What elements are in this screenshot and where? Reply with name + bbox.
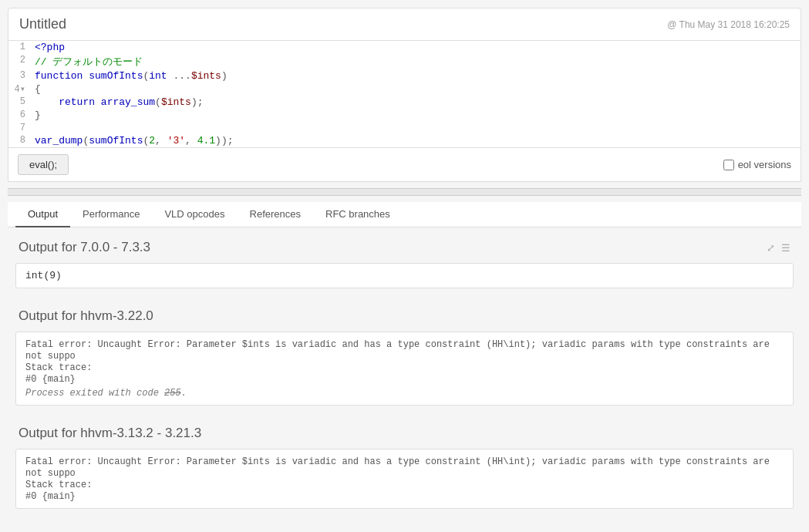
code-line-6: 6 } (8, 109, 801, 122)
line-num-4: 4▾ (8, 82, 32, 96)
output-content-3[interactable]: Fatal error: Uncaught Error: Parameter $… (15, 449, 794, 509)
fatal-error-text-2: Fatal error: Uncaught Error: Parameter $… (25, 339, 775, 385)
code-line-8: 8 var_dump(sumOfInts(2, '3', 4.1)); (8, 134, 801, 147)
tab-rfc-branches[interactable]: RFC branches (313, 202, 403, 227)
code-line-3: 3 function sumOfInts(int ...$ints) (8, 69, 801, 82)
code-line-7: 7 (8, 122, 801, 134)
timestamp: @ Thu May 31 2018 16:20:25 (656, 12, 801, 38)
output-header-2: Output for hhvm-3.22.0 (8, 304, 801, 328)
section-divider (8, 188, 801, 196)
title-input[interactable] (8, 8, 656, 40)
line-content-7 (32, 122, 801, 134)
line-content-5: return array_sum($ints); (32, 96, 801, 109)
line-content-4: { (32, 82, 801, 96)
output-section-2: Output for hhvm-3.22.0 Fatal error: Unca… (8, 304, 801, 406)
eol-text: eol versions (738, 159, 791, 170)
output-content-1: int(9) (15, 263, 794, 288)
list-icon[interactable]: ☰ (781, 242, 790, 254)
output-content-2[interactable]: Fatal error: Uncaught Error: Parameter $… (15, 332, 794, 406)
line-num-5: 5 (8, 96, 32, 109)
eol-label[interactable]: eol versions (723, 159, 791, 170)
code-line-4: 4▾ { (8, 82, 801, 96)
tabs-container: Output Performance VLD opcodes Reference… (8, 202, 801, 227)
tab-performance[interactable]: Performance (70, 202, 152, 227)
expand-icon[interactable]: ⤢ (767, 242, 775, 254)
code-line-2: 2 // デフォルトのモード (8, 54, 801, 69)
output-section-3: Output for hhvm-3.13.2 - 3.21.3 Fatal er… (8, 421, 801, 509)
output-section-1: Output for 7.0.0 - 7.3.3 ⤢ ☰ int(9) (8, 235, 801, 288)
code-line-1: 1 <?php (8, 41, 801, 54)
line-num-6: 6 (8, 109, 32, 122)
fatal-error-text-3: Fatal error: Uncaught Error: Parameter $… (25, 456, 775, 502)
eol-checkbox[interactable] (723, 160, 734, 170)
toolbar: eval(); eol versions (8, 148, 801, 182)
line-content-8: var_dump(sumOfInts(2, '3', 4.1)); (32, 134, 801, 147)
line-num-7: 7 (8, 122, 32, 134)
eval-button[interactable]: eval(); (18, 154, 69, 175)
line-content-6: } (32, 109, 801, 122)
output-title-1: Output for 7.0.0 - 7.3.3 (19, 240, 150, 255)
line-content-3: function sumOfInts(int ...$ints) (32, 69, 801, 82)
output-title-2: Output for hhvm-3.22.0 (19, 308, 153, 324)
line-content-1: <?php (32, 41, 801, 54)
tab-vld-opcodes[interactable]: VLD opcodes (152, 202, 237, 227)
line-num-3: 3 (8, 69, 32, 82)
tab-output[interactable]: Output (15, 202, 70, 227)
code-line-5: 5 return array_sum($ints); (8, 96, 801, 109)
line-num-8: 8 (8, 134, 32, 147)
output-header-1: Output for 7.0.0 - 7.3.3 ⤢ ☰ (8, 235, 801, 260)
process-exit-2: Process exited with code 255. (25, 388, 784, 399)
output-area: Output for 7.0.0 - 7.3.3 ⤢ ☰ int(9) Outp… (8, 227, 801, 532)
code-editor: 1 <?php 2 // デフォルトのモード 3 function sumOfI… (8, 41, 801, 148)
output-icons-1: ⤢ ☰ (767, 242, 790, 254)
output-title-3: Output for hhvm-3.13.2 - 3.21.3 (19, 426, 201, 441)
title-bar: @ Thu May 31 2018 16:20:25 (8, 8, 801, 41)
output-header-3: Output for hhvm-3.13.2 - 3.21.3 (8, 421, 801, 446)
tab-references[interactable]: References (238, 202, 313, 227)
tabs: Output Performance VLD opcodes Reference… (8, 202, 801, 227)
line-num-1: 1 (8, 41, 32, 54)
output-text-1: int(9) (25, 270, 62, 281)
line-num-2: 2 (8, 54, 32, 69)
line-content-2: // デフォルトのモード (32, 54, 801, 69)
code-lines: 1 <?php 2 // デフォルトのモード 3 function sumOfI… (8, 41, 801, 147)
